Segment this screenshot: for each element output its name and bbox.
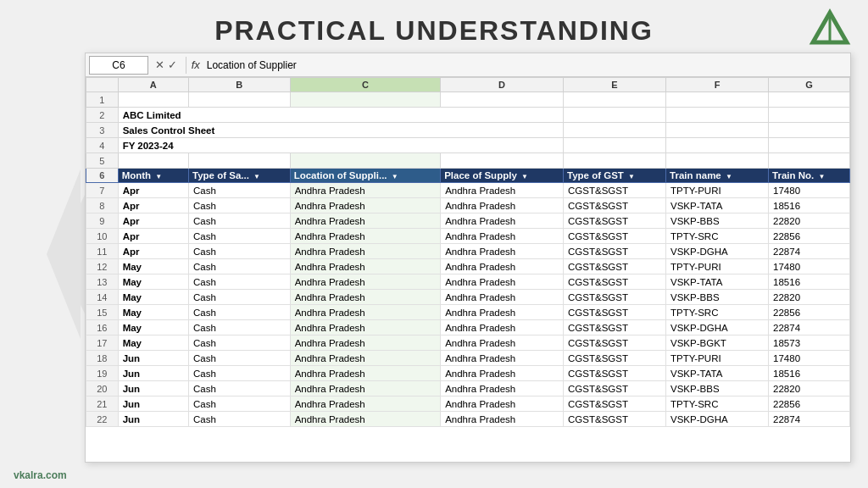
header-type-of-sale[interactable]: Type of Sa... ▼ [189, 169, 291, 183]
cell-e1[interactable] [564, 92, 666, 108]
cell-train-no[interactable]: 18573 [769, 336, 850, 351]
cell-location[interactable]: Andhra Pradesh [290, 412, 440, 427]
cell-train-no[interactable]: 22874 [769, 244, 850, 259]
cell-place[interactable]: Andhra Pradesh [441, 366, 564, 381]
cell-gst[interactable]: CGST&SGST [564, 290, 666, 305]
cell-train-no[interactable]: 17480 [769, 259, 850, 274]
cell-month[interactable]: Apr [118, 183, 188, 198]
cell-location[interactable]: Andhra Pradesh [290, 214, 440, 229]
cell-month[interactable]: Apr [118, 214, 188, 229]
type-dropdown-icon[interactable]: ▼ [253, 173, 260, 180]
cell-month[interactable]: May [118, 336, 188, 351]
header-train-name[interactable]: Train name ▼ [666, 169, 769, 183]
cell-train-name[interactable]: VSKP-TATA [666, 274, 769, 290]
cell-gst[interactable]: CGST&SGST [564, 305, 666, 320]
cell-place[interactable]: Andhra Pradesh [441, 412, 564, 427]
cell-month[interactable]: Apr [118, 244, 188, 259]
cell-location[interactable]: Andhra Pradesh [290, 198, 440, 214]
cell-type[interactable]: Cash [189, 259, 291, 274]
cell-g5[interactable] [769, 153, 850, 169]
cell-reference[interactable] [89, 56, 148, 75]
cell-train-no[interactable]: 22856 [769, 305, 850, 320]
cell-train-name[interactable]: VSKP-BBS [666, 290, 769, 305]
cell-location[interactable]: Andhra Pradesh [290, 336, 440, 351]
cell-train-name[interactable]: VSKP-DGHA [666, 244, 769, 259]
cell-train-no[interactable]: 18516 [769, 274, 850, 290]
train-name-dropdown-icon[interactable]: ▼ [726, 173, 732, 180]
cell-type[interactable]: Cash [189, 412, 291, 427]
gst-dropdown-icon[interactable]: ▼ [628, 173, 635, 180]
cell-train-name[interactable]: TPTY-SRC [666, 229, 769, 244]
cell-place[interactable]: Andhra Pradesh [441, 198, 564, 214]
cell-train-no[interactable]: 18516 [769, 366, 850, 381]
cell-train-name[interactable]: VSKP-BGKT [666, 336, 769, 351]
cell-train-name[interactable]: TPTY-PURI [666, 259, 769, 274]
cell-location[interactable]: Andhra Pradesh [290, 244, 440, 259]
cell-type[interactable]: Cash [189, 320, 291, 336]
cell-place[interactable]: Andhra Pradesh [441, 320, 564, 336]
cell-gst[interactable]: CGST&SGST [564, 259, 666, 274]
cell-place[interactable]: Andhra Pradesh [441, 396, 564, 412]
cell-gst[interactable]: CGST&SGST [564, 183, 666, 198]
cell-location[interactable]: Andhra Pradesh [290, 290, 440, 305]
cell-gst[interactable]: CGST&SGST [564, 366, 666, 381]
cell-month[interactable]: May [118, 290, 188, 305]
cell-train-name[interactable]: TPTY-PURI [666, 351, 769, 366]
cell-month[interactable]: May [118, 259, 188, 274]
train-no-dropdown-icon[interactable]: ▼ [818, 173, 825, 180]
cell-gst[interactable]: CGST&SGST [564, 244, 666, 259]
col-header-f[interactable]: F [666, 78, 769, 92]
cell-type[interactable]: Cash [189, 396, 291, 412]
cell-location[interactable]: Andhra Pradesh [290, 396, 440, 412]
cell-month[interactable]: May [118, 274, 188, 290]
cell-type[interactable]: Cash [189, 366, 291, 381]
cell-place[interactable]: Andhra Pradesh [441, 183, 564, 198]
cell-location[interactable]: Andhra Pradesh [290, 366, 440, 381]
header-type-gst[interactable]: Type of GST ▼ [564, 169, 666, 183]
cell-gst[interactable]: CGST&SGST [564, 198, 666, 214]
cell-f1[interactable] [666, 92, 769, 108]
cell-type[interactable]: Cash [189, 305, 291, 320]
cell-gst[interactable]: CGST&SGST [564, 274, 666, 290]
cell-f2[interactable] [666, 108, 769, 123]
cell-type[interactable]: Cash [189, 229, 291, 244]
cell-month[interactable]: Jun [118, 351, 188, 366]
formula-input[interactable] [207, 56, 847, 75]
cell-e3[interactable] [564, 123, 666, 138]
cell-type[interactable]: Cash [189, 198, 291, 214]
cell-train-no[interactable]: 18516 [769, 198, 850, 214]
cell-a2[interactable]: ABC Limited [118, 108, 563, 123]
cell-gst[interactable]: CGST&SGST [564, 320, 666, 336]
cell-location[interactable]: Andhra Pradesh [290, 320, 440, 336]
cell-place[interactable]: Andhra Pradesh [441, 351, 564, 366]
cell-gst[interactable]: CGST&SGST [564, 381, 666, 396]
cell-train-no[interactable]: 22820 [769, 214, 850, 229]
cell-type[interactable]: Cash [189, 274, 291, 290]
cell-month[interactable]: Jun [118, 381, 188, 396]
cell-type[interactable]: Cash [189, 214, 291, 229]
cell-location[interactable]: Andhra Pradesh [290, 229, 440, 244]
cell-train-no[interactable]: 17480 [769, 183, 850, 198]
col-header-e[interactable]: E [564, 78, 666, 92]
cell-gst[interactable]: CGST&SGST [564, 351, 666, 366]
cell-f3[interactable] [666, 123, 769, 138]
cell-train-name[interactable]: TPTY-PURI [666, 183, 769, 198]
cell-d1[interactable] [441, 92, 564, 108]
col-header-a[interactable]: A [118, 78, 188, 92]
cell-e4[interactable] [564, 138, 666, 153]
cell-b5[interactable] [189, 153, 291, 169]
cell-type[interactable]: Cash [189, 183, 291, 198]
cell-location[interactable]: Andhra Pradesh [290, 305, 440, 320]
header-place[interactable]: Place of Supply ▼ [441, 169, 564, 183]
cell-train-no[interactable]: 22874 [769, 320, 850, 336]
cell-a4[interactable]: FY 2023-24 [118, 138, 563, 153]
cell-a1[interactable] [118, 92, 188, 108]
header-location[interactable]: Location of Suppli... ▼ [290, 169, 440, 183]
cell-month[interactable]: May [118, 305, 188, 320]
cell-location[interactable]: Andhra Pradesh [290, 381, 440, 396]
cell-a3[interactable]: Sales Control Sheet [118, 123, 563, 138]
cell-type[interactable]: Cash [189, 351, 291, 366]
cell-c5[interactable] [290, 153, 440, 169]
cell-month[interactable]: Jun [118, 412, 188, 427]
col-header-d[interactable]: D [441, 78, 564, 92]
